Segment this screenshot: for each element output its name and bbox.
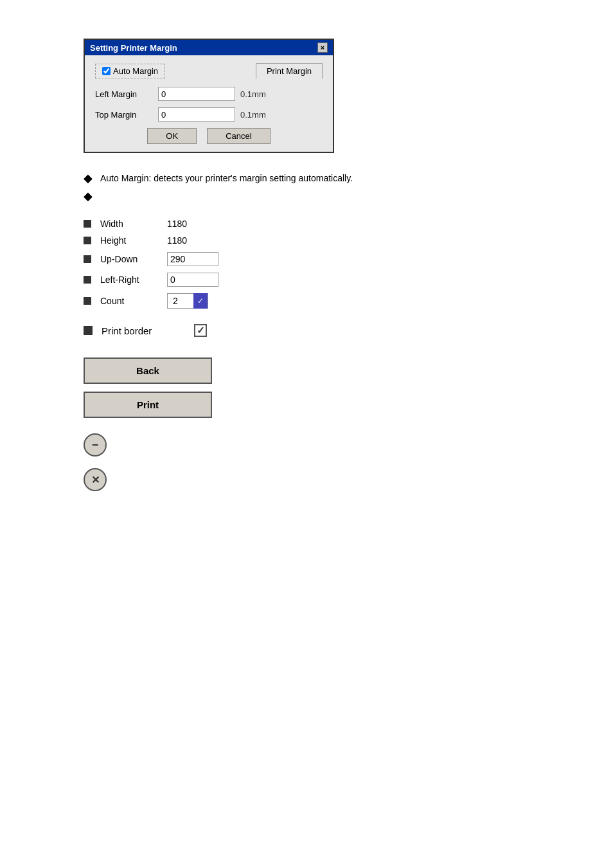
diamond-icon-1: ◆: [84, 189, 93, 203]
dialog-titlebar: Setting Printer Margin ×: [85, 40, 333, 55]
print-margin-tab[interactable]: Print Margin: [256, 63, 323, 79]
auto-margin-label: Auto Margin: [113, 66, 158, 76]
sq-bullet-width: [84, 220, 91, 228]
top-margin-unit: 0.1mm: [240, 110, 266, 120]
bullet-text-0: Auto Margin: detects your printer's marg…: [100, 172, 353, 185]
sq-bullet-height: [84, 237, 91, 244]
updown-input[interactable]: [167, 252, 218, 266]
top-margin-input[interactable]: [158, 107, 235, 122]
x-circle-button[interactable]: ✕: [84, 468, 107, 491]
sq-bullet-print-border: [84, 326, 93, 335]
width-label: Width: [100, 219, 158, 229]
x-circle-icon: ✕: [91, 474, 100, 486]
count-row: Count 2 ✓: [84, 293, 529, 309]
width-row: Width 1180: [84, 219, 529, 229]
dialog-title: Setting Printer Margin: [90, 43, 177, 53]
count-select[interactable]: 2 ✓: [167, 293, 208, 309]
left-margin-input[interactable]: [158, 87, 235, 101]
back-button[interactable]: Back: [84, 357, 212, 384]
count-value: 2: [168, 296, 193, 306]
left-margin-label: Left Margin: [95, 89, 153, 99]
print-button[interactable]: Print: [84, 392, 212, 418]
fields-section: Width 1180 Height 1180 Up-Down Left-Righ…: [84, 219, 529, 309]
top-margin-row: Top Margin 0.1mm: [95, 107, 323, 122]
width-value: 1180: [167, 219, 187, 229]
left-margin-row: Left Margin 0.1mm: [95, 87, 323, 101]
dialog-close-button[interactable]: ×: [317, 42, 328, 53]
print-border-checkbox[interactable]: ✓: [194, 324, 207, 337]
updown-row: Up-Down: [84, 252, 529, 266]
print-border-row: Print border ✓: [84, 324, 529, 337]
minus-circle-button[interactable]: −: [84, 433, 107, 457]
leftright-label: Left-Right: [100, 275, 158, 285]
setting-printer-margin-dialog: Setting Printer Margin × Auto Margin Pri…: [84, 39, 334, 153]
dialog-body: Auto Margin Print Margin Left Margin 0.1…: [85, 55, 333, 152]
auto-margin-checkbox[interactable]: [102, 67, 111, 75]
dialog-tabs-row: Auto Margin Print Margin: [95, 63, 323, 79]
bullet-section: ◆ Auto Margin: detects your printer's ma…: [84, 172, 529, 203]
count-dropdown-arrow[interactable]: ✓: [193, 293, 208, 309]
updown-label: Up-Down: [100, 254, 158, 264]
bullet-item-0: ◆ Auto Margin: detects your printer's ma…: [84, 172, 529, 185]
cancel-button[interactable]: Cancel: [207, 128, 270, 144]
leftright-row: Left-Right: [84, 273, 529, 287]
action-buttons: Back Print: [84, 357, 529, 418]
ok-button[interactable]: OK: [147, 128, 197, 144]
left-margin-unit: 0.1mm: [240, 89, 266, 99]
auto-margin-tab[interactable]: Auto Margin: [95, 64, 165, 78]
height-label: Height: [100, 235, 158, 246]
diamond-icon-0: ◆: [84, 171, 93, 185]
print-border-label: Print border: [102, 325, 185, 336]
count-label: Count: [100, 296, 158, 306]
leftright-input[interactable]: [167, 273, 218, 287]
sq-bullet-leftright: [84, 276, 91, 284]
sq-bullet-updown: [84, 255, 91, 263]
bullet-item-1: ◆: [84, 190, 529, 203]
height-value: 1180: [167, 235, 187, 246]
sq-bullet-count: [84, 297, 91, 305]
height-row: Height 1180: [84, 235, 529, 246]
print-border-check-mark: ✓: [197, 325, 205, 336]
top-margin-label: Top Margin: [95, 110, 153, 120]
dialog-buttons: OK Cancel: [95, 128, 323, 144]
